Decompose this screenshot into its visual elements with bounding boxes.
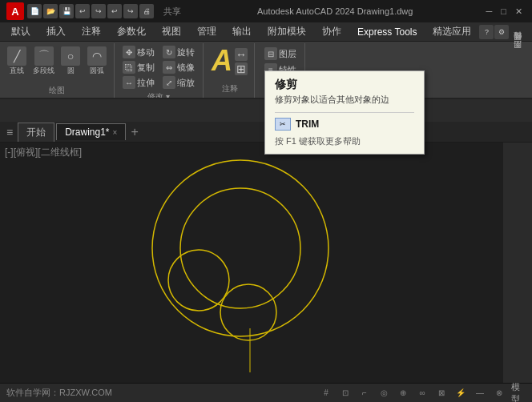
arc-button[interactable]: ◠ 圆弧 xyxy=(85,45,109,78)
draw-group-label: 绘图 xyxy=(5,83,109,96)
window-controls: ─ □ ✕ xyxy=(482,6,526,17)
website-label: 软件自学网：RJZXW.COM xyxy=(6,387,112,399)
layer-property-label[interactable]: 图层特性 xyxy=(510,43,525,50)
help-icon[interactable]: ? xyxy=(479,25,494,39)
redo-icon[interactable]: ↪ xyxy=(91,4,106,18)
stretch-label: 拉伸 xyxy=(137,77,155,89)
table-icon[interactable]: ⊞ xyxy=(235,62,248,75)
right-panel-labels: 图层特性 图层 xyxy=(503,42,532,59)
line-icon: ╱ xyxy=(7,46,26,66)
menu-collaborate[interactable]: 协作 xyxy=(314,23,349,40)
home-tab[interactable]: 开始 xyxy=(18,123,54,142)
copy-label: 复制 xyxy=(137,62,155,74)
scale-label: 缩放 xyxy=(177,77,195,89)
tooltip-help-text: 按 F1 键获取更多帮助 xyxy=(275,135,414,147)
ribbon-right-icons: ? ⚙ xyxy=(479,25,532,39)
save-icon[interactable]: 💾 xyxy=(59,4,74,18)
add-tab-button[interactable]: + xyxy=(127,125,141,139)
status-right-icons: # ⊡ ⌐ ◎ ⊕ ∞ ⊠ ⚡ ― ⊗ 模型 xyxy=(319,386,526,400)
copy-button[interactable]: ⿻ 复制 xyxy=(119,60,158,74)
app-logo[interactable]: A xyxy=(6,2,24,20)
tooltip-popup: 修剪 修剪对象以适合其他对象的边 ✂ TRIM 按 F1 键获取更多帮助 xyxy=(264,70,425,155)
menu-default[interactable]: 默认 xyxy=(3,23,38,40)
hamburger-button[interactable]: ≡ xyxy=(3,126,16,139)
close-btn[interactable]: ✕ xyxy=(515,6,522,16)
minimize-btn[interactable]: ─ xyxy=(486,6,492,16)
lw-toggle[interactable]: ― xyxy=(473,386,487,400)
tp-toggle[interactable]: ⊗ xyxy=(492,386,506,400)
grid-toggle[interactable]: # xyxy=(319,386,333,400)
dyn-toggle[interactable]: ⚡ xyxy=(453,386,468,400)
menu-express-tools[interactable]: Express Tools xyxy=(349,25,425,39)
stretch-button[interactable]: ↔ 拉伸 xyxy=(119,75,158,90)
menu-output[interactable]: 输出 xyxy=(224,23,260,40)
move-icon: ✥ xyxy=(123,46,135,58)
modify-group: ✥ 移动 ↻ 旋转 ⿻ 复制 ⇔ 镜像 xyxy=(116,43,204,98)
share-label[interactable]: 共享 xyxy=(157,6,187,18)
dim-icon[interactable]: ↔ xyxy=(235,48,248,61)
redo2-icon[interactable]: ↪ xyxy=(123,4,138,18)
open-icon[interactable]: 📂 xyxy=(43,4,58,18)
line-button[interactable]: ╱ 直线 xyxy=(5,45,29,78)
move-label: 移动 xyxy=(137,46,155,58)
move-button[interactable]: ✥ 移动 xyxy=(119,45,158,59)
ortho-toggle[interactable]: ⌐ xyxy=(357,386,372,400)
polyline-button[interactable]: ⌒ 多段线 xyxy=(31,45,56,78)
menu-addons[interactable]: 附加模块 xyxy=(260,23,314,40)
layer-prop-icon: ⊟ xyxy=(264,47,277,60)
polar-toggle[interactable]: ◎ xyxy=(377,386,391,400)
layer-prop-label: 图层 xyxy=(279,48,296,60)
mirror-label: 镜像 xyxy=(177,62,195,74)
arc-label: 圆弧 xyxy=(90,66,104,76)
menu-parametric[interactable]: 参数化 xyxy=(109,23,154,40)
undo-icon[interactable]: ↩ xyxy=(75,4,90,18)
modify-small-group: ✥ 移动 ↻ 旋转 ⿻ 复制 ⇔ 镜像 xyxy=(119,45,198,90)
modify-row3: ↔ 拉伸 ⤢ 缩放 xyxy=(119,75,198,90)
svg-point-1 xyxy=(180,188,300,308)
menu-insert[interactable]: 插入 xyxy=(38,23,74,40)
text-big-icon: A xyxy=(212,46,232,75)
drawing-tab[interactable]: Drawing1* × xyxy=(56,123,126,140)
menu-manage[interactable]: 管理 xyxy=(189,23,224,40)
drawing-svg xyxy=(0,143,503,383)
rotate-button[interactable]: ↻ 旋转 xyxy=(159,45,198,59)
ducs-toggle[interactable]: ⊠ xyxy=(434,386,449,400)
new-icon[interactable]: 📄 xyxy=(27,4,42,18)
rotate-label: 旋转 xyxy=(177,46,195,58)
modify-row2: ⿻ 复制 ⇔ 镜像 xyxy=(119,60,198,74)
mirror-icon: ⇔ xyxy=(163,61,175,74)
circle-label: 圆 xyxy=(67,66,75,76)
scale-icon: ⤢ xyxy=(163,76,175,89)
menu-annotate[interactable]: 注释 xyxy=(74,23,109,40)
annotation-label: 注释 xyxy=(212,82,248,94)
mirror-button[interactable]: ⇔ 镜像 xyxy=(159,60,198,74)
otrack-toggle[interactable]: ∞ xyxy=(415,386,429,400)
menu-featured[interactable]: 精选应用 xyxy=(425,23,479,40)
modify-row1: ✥ 移动 ↻ 旋转 xyxy=(119,45,198,59)
snap-toggle[interactable]: ⊡ xyxy=(338,386,353,400)
polyline-label: 多段线 xyxy=(33,66,54,76)
circle-button[interactable]: ○ 圆 xyxy=(58,45,83,78)
osnap-toggle[interactable]: ⊕ xyxy=(396,386,410,400)
layer-label[interactable]: 图层 xyxy=(510,51,525,58)
quick-access-toolbar: 📄 📂 💾 ↩ ↪ ↩ ↪ 🖨 xyxy=(27,4,154,18)
draw-group-content: ╱ 直线 ⌒ 多段线 ○ 圆 ◠ 圆弧 xyxy=(5,45,109,83)
tooltip-divider xyxy=(275,112,414,113)
undo2-icon[interactable]: ↩ xyxy=(107,4,122,18)
layer-prop-button[interactable]: ⊟ 图层 xyxy=(261,46,300,61)
modify-group-label: 修改 ▾ xyxy=(119,90,198,99)
maximize-btn[interactable]: □ xyxy=(501,6,506,16)
tooltip-description: 修剪对象以适合其他对象的边 xyxy=(275,94,414,106)
tab-close-icon[interactable]: × xyxy=(113,128,118,137)
tooltip-title: 修剪 xyxy=(275,78,414,92)
tooltip-command-row: ✂ TRIM xyxy=(275,118,414,131)
scale-button[interactable]: ⤢ 缩放 xyxy=(159,75,198,90)
print-icon[interactable]: 🖨 xyxy=(139,4,154,18)
settings-icon[interactable]: ⚙ xyxy=(494,25,509,39)
status-bar: 软件自学网：RJZXW.COM # ⊡ ⌐ ◎ ⊕ ∞ ⊠ ⚡ ― ⊗ 模型 xyxy=(0,383,532,402)
menu-view[interactable]: 视图 xyxy=(154,23,189,40)
copy-icon: ⿻ xyxy=(123,61,135,74)
app-title: Autodesk AutoCAD 2024 Drawing1.dwg xyxy=(257,6,413,16)
tooltip-command-text: TRIM xyxy=(296,119,319,130)
model-button[interactable]: 模型 xyxy=(511,386,526,400)
